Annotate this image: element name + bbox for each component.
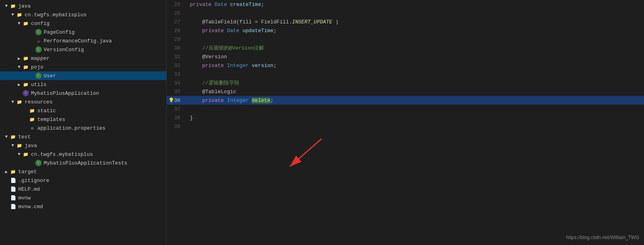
sidebar-item-label: utils	[31, 82, 46, 88]
folder-icon: 📁	[22, 81, 29, 88]
sidebar-item-label: mvnw	[18, 195, 31, 201]
file-icon: 📄	[10, 203, 17, 210]
arrow-icon: ▶	[3, 169, 10, 174]
line-content: @Version	[187, 52, 644, 61]
sidebar-item-label: VersionConfig	[44, 47, 84, 53]
sidebar-item-mvnw[interactable]: 📄 mvnw	[0, 193, 166, 202]
line-number: 37	[167, 105, 187, 113]
arrow-icon: ▼	[16, 65, 22, 69]
line-number: 38	[167, 113, 187, 122]
sidebar-item-test[interactable]: ▼ 📁 test	[0, 132, 166, 141]
line-number: 30	[167, 44, 187, 52]
arrow-icon: ▼	[3, 4, 10, 8]
arrow-icon: ▼	[10, 12, 16, 17]
folder-icon: 📁	[29, 116, 36, 122]
line-content	[187, 122, 644, 131]
sidebar-item-templates[interactable]: 📁 templates	[0, 115, 166, 124]
sidebar-item-label: application.properties	[37, 125, 106, 131]
java-icon: C	[35, 160, 42, 166]
code-line-25: 25 private Date createTime;	[167, 0, 644, 9]
folder-icon: 📁	[16, 11, 23, 18]
sidebar-item-config[interactable]: ▼ 📁 config	[0, 19, 166, 28]
sidebar-item-help[interactable]: 📄 HELP.md	[0, 185, 166, 193]
sidebar-item-label: resources	[25, 99, 52, 105]
arrow-icon: ▶	[16, 82, 22, 87]
sidebar-item-static[interactable]: 📁 static	[0, 106, 166, 115]
sidebar-item-label: HELP.md	[18, 186, 40, 192]
sidebar-item-label: java	[25, 143, 37, 149]
sidebar-item-cn-twgfs[interactable]: ▼ 📁 cn.twgfs.mybatisplus	[0, 10, 166, 19]
sidebar-item-application-properties[interactable]: ⚙ application.properties	[0, 124, 166, 132]
sidebar-item-mvnw-cmd[interactable]: 📄 mvnw.cmd	[0, 202, 166, 211]
java-icon: C	[35, 73, 42, 79]
sidebar-item-pageconfig[interactable]: C PageConfig	[0, 28, 166, 36]
arrow-icon: ▶	[16, 56, 22, 61]
folder-icon: 📁	[22, 64, 29, 70]
arrow-icon: ▼	[10, 143, 16, 148]
code-line-37: 37	[167, 105, 644, 113]
sidebar-item-label: mvnw.cmd	[18, 204, 43, 210]
line-content	[187, 70, 644, 78]
code-table: 25 private Date createTime; 26 27 @Table…	[167, 0, 644, 131]
line-number: 31	[167, 52, 187, 61]
code-line-34: 34 //逻辑删除字段	[167, 78, 644, 87]
code-editor: 25 private Date createTime; 26 27 @Table…	[167, 0, 644, 245]
line-number: 26	[167, 9, 187, 17]
sidebar-item-mybatisplusapp[interactable]: C MybatisPlusApplication	[0, 89, 166, 98]
line-number: 33	[167, 70, 187, 78]
sidebar-item-target[interactable]: ▶ 📁 target	[0, 167, 166, 176]
folder-icon: 📁	[10, 168, 17, 175]
arrow-icon: ▼	[10, 100, 16, 104]
code-line-31: 31 @Version	[167, 52, 644, 61]
line-content: private Date updateTime;	[187, 26, 644, 35]
line-content: private Date createTime;	[187, 0, 644, 9]
code-line-39: 39	[167, 122, 644, 131]
java-icon: C	[35, 29, 42, 35]
sidebar-item-java[interactable]: ▼ 📁 java	[0, 2, 166, 10]
line-number: 27	[167, 17, 187, 26]
line-content: private Integer delete;	[187, 96, 644, 105]
line-content: @TableLogic	[187, 87, 644, 96]
sidebar-item-test-java[interactable]: ▼ 📁 java	[0, 141, 166, 150]
folder-icon: 📁	[16, 142, 23, 149]
line-number: 29	[167, 35, 187, 44]
sidebar-item-gitignore[interactable]: 📄 .gitignore	[0, 176, 166, 185]
sidebar-item-resources[interactable]: ▼ 📁 resources	[0, 98, 166, 106]
line-content: }	[187, 113, 644, 122]
folder-icon: 📁	[22, 151, 29, 157]
sidebar-item-label: pojo	[31, 64, 43, 70]
gutter-bulb-icon: 💡	[168, 98, 174, 103]
folder-icon: 📁	[10, 134, 17, 140]
sidebar-item-label: java	[18, 3, 31, 9]
sidebar-item-user[interactable]: C User	[0, 71, 166, 80]
code-line-32: 32 private Integer version;	[167, 61, 644, 70]
java-icon: C	[35, 46, 42, 53]
code-line-26: 26	[167, 9, 644, 17]
sidebar-item-performanceconfig[interactable]: ☕ PerformanceConfig.java	[0, 36, 166, 45]
sidebar-item-versionconfig[interactable]: C VersionConfig	[0, 45, 166, 54]
code-line-30: 30 //乐观锁的@Version注解	[167, 44, 644, 52]
sidebar-item-label: PerformanceConfig.java	[44, 38, 112, 44]
code-line-33: 33	[167, 70, 644, 78]
code-line-36: 💡 36 private Integer delete;	[167, 96, 644, 105]
sidebar-item-test-cn-twgfs[interactable]: ▼ 📁 cn.twgfs.mybatisplus	[0, 150, 166, 159]
folder-icon: 📁	[22, 55, 29, 61]
line-content	[187, 35, 644, 44]
folder-icon: 📁	[29, 107, 36, 114]
watermark: https://blog.csdn.net/William_TWG	[566, 235, 639, 240]
java-icon: C	[22, 90, 29, 96]
folder-icon: 📁	[22, 20, 29, 27]
svg-line-1	[290, 139, 322, 167]
folder-icon: 📁	[10, 3, 17, 9]
sidebar-item-utils[interactable]: ▶ 📁 utils	[0, 80, 166, 89]
sidebar-item-pojo[interactable]: ▼ 📁 pojo	[0, 63, 166, 71]
line-content: //乐观锁的@Version注解	[187, 44, 644, 52]
sidebar-item-label: static	[37, 108, 56, 114]
sidebar-item-label: test	[18, 134, 31, 140]
code-line-29: 29	[167, 35, 644, 44]
sidebar-item-mapper[interactable]: ▶ 📁 mapper	[0, 54, 166, 63]
line-number: 32	[167, 61, 187, 70]
line-content	[187, 105, 644, 113]
sidebar-item-label: User	[44, 73, 56, 79]
sidebar-item-mybatisplusapptests[interactable]: C MybatisPlusApplicationTests	[0, 159, 166, 167]
